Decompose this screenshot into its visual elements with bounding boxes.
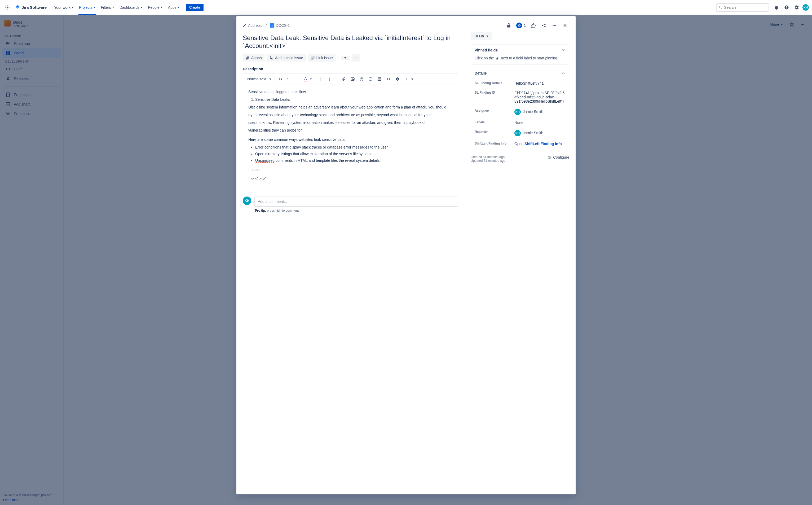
issue-title[interactable]: Sensitive Data Leak: Sensitive Data is L… bbox=[243, 34, 458, 50]
text-style-dropdown[interactable]: Normal text bbox=[245, 75, 272, 83]
app-switcher-icon[interactable] bbox=[3, 3, 12, 12]
notifications-icon[interactable] bbox=[772, 3, 781, 12]
create-button[interactable]: Create bbox=[186, 4, 204, 11]
pinned-fields-title: Pinned fields bbox=[475, 48, 498, 52]
chevron-down-icon bbox=[141, 7, 143, 8]
add-child-button[interactable]: Add a child issue bbox=[267, 54, 306, 61]
sl-finding-id-value[interactable]: {"id":"741","projectSPID":"sl/d64f2e4d-0… bbox=[514, 91, 565, 104]
close-icon[interactable] bbox=[562, 48, 565, 52]
svg-point-51 bbox=[369, 77, 372, 80]
insert-icon[interactable] bbox=[402, 75, 415, 83]
svg-rect-48 bbox=[330, 80, 332, 80]
shiftleft-info-link[interactable]: ShiftLeft Finding Info bbox=[524, 142, 562, 146]
svg-point-2 bbox=[9, 5, 10, 6]
comment-input[interactable]: Add a comment... bbox=[254, 196, 458, 207]
watchers-button[interactable]: 1 bbox=[515, 22, 527, 29]
svg-point-30 bbox=[554, 25, 555, 26]
svg-point-57 bbox=[549, 157, 550, 158]
sl-finding-details-label: SL Finding Details bbox=[475, 81, 514, 86]
share-icon[interactable] bbox=[540, 21, 548, 30]
chevron-down-icon bbox=[269, 78, 271, 80]
issue-key-link[interactable]: DOCS-1 bbox=[270, 23, 290, 28]
text-color-icon[interactable]: A bbox=[302, 75, 313, 83]
svg-point-25 bbox=[519, 25, 519, 26]
jira-logo[interactable]: Jira Software bbox=[15, 5, 47, 10]
watchers-count: 1 bbox=[524, 23, 526, 28]
shiftleft-info-value[interactable]: Open ShiftLeft Finding Info bbox=[514, 142, 565, 146]
pin-icon bbox=[496, 56, 499, 60]
chevron-down-icon bbox=[344, 57, 346, 59]
add-epic-link[interactable]: Add epic bbox=[243, 23, 262, 28]
description-editor[interactable]: Normal text B I ··· A 123 @ bbox=[243, 73, 458, 191]
lock-icon[interactable] bbox=[505, 21, 513, 30]
reporter-avatar: KH bbox=[514, 130, 521, 136]
svg-text:3: 3 bbox=[329, 79, 330, 81]
emoji-icon[interactable] bbox=[366, 75, 375, 83]
chevron-down-icon bbox=[310, 78, 312, 80]
svg-line-10 bbox=[721, 8, 722, 8]
link-dropdown-button[interactable] bbox=[341, 56, 349, 60]
svg-point-1 bbox=[7, 5, 8, 6]
chevron-up-icon[interactable] bbox=[562, 71, 565, 75]
search-field[interactable] bbox=[724, 5, 766, 10]
attach-button[interactable]: Attach bbox=[243, 54, 264, 61]
link-issue-button[interactable]: Link issue bbox=[308, 54, 335, 61]
svg-point-7 bbox=[7, 8, 8, 9]
help-icon[interactable]: ? bbox=[782, 3, 791, 12]
top-nav: Jira Software Your work Projects Filters… bbox=[0, 0, 812, 15]
svg-point-52 bbox=[370, 78, 370, 79]
svg-rect-32 bbox=[270, 56, 271, 58]
more-icon[interactable] bbox=[550, 21, 559, 30]
bullet-list-icon[interactable] bbox=[317, 75, 326, 83]
info-icon[interactable]: i bbox=[393, 75, 402, 83]
svg-rect-42 bbox=[321, 80, 323, 80]
search-input[interactable] bbox=[716, 3, 769, 12]
like-icon[interactable] bbox=[529, 21, 537, 30]
link-icon[interactable] bbox=[339, 75, 348, 83]
assignee-value[interactable]: KHJamie Smith bbox=[514, 109, 565, 115]
svg-text:i: i bbox=[397, 78, 397, 80]
editor-content[interactable]: Sensitive data is logged in this flow. S… bbox=[243, 85, 458, 191]
svg-point-35 bbox=[355, 57, 356, 58]
svg-point-9 bbox=[719, 6, 721, 8]
chevron-down-icon bbox=[178, 7, 180, 8]
gear-icon bbox=[547, 155, 551, 159]
nav-people[interactable]: People bbox=[146, 4, 165, 11]
italic-icon[interactable]: I bbox=[285, 75, 290, 83]
svg-rect-40 bbox=[321, 79, 323, 79]
updated-text: Updated 51 minutes ago bbox=[471, 159, 505, 163]
more-formatting-icon[interactable]: ··· bbox=[290, 75, 298, 83]
configure-button[interactable]: Configure bbox=[547, 155, 569, 159]
reporter-value[interactable]: KHJamie Smith bbox=[514, 130, 565, 136]
svg-rect-46 bbox=[330, 79, 332, 79]
mention-icon[interactable]: @ bbox=[357, 75, 365, 83]
svg-rect-54 bbox=[378, 78, 381, 80]
chevron-down-icon bbox=[112, 7, 114, 8]
nav-dashboards[interactable]: Dashboards bbox=[117, 4, 145, 11]
nav-projects[interactable]: Projects bbox=[77, 4, 98, 11]
settings-icon[interactable] bbox=[792, 3, 801, 12]
chevron-down-icon bbox=[411, 78, 414, 80]
breadcrumbs: Add epic / DOCS-1 bbox=[243, 23, 503, 28]
eye-icon bbox=[516, 23, 522, 28]
svg-point-31 bbox=[555, 25, 556, 26]
more-actions-button[interactable] bbox=[352, 54, 360, 61]
bold-icon[interactable]: B bbox=[277, 75, 284, 83]
close-icon[interactable] bbox=[561, 21, 569, 30]
sl-finding-details-value[interactable]: HelloShiftLeft/741 bbox=[514, 81, 565, 86]
user-avatar[interactable]: KH bbox=[802, 4, 809, 11]
code-icon[interactable] bbox=[384, 75, 393, 83]
svg-rect-33 bbox=[271, 58, 273, 59]
nav-filters[interactable]: Filters bbox=[99, 4, 116, 11]
task-icon bbox=[270, 23, 274, 28]
nav-apps[interactable]: Apps bbox=[166, 4, 182, 11]
status-dropdown[interactable]: To Do bbox=[471, 32, 492, 40]
shiftleft-info-label: ShiftLeft Finding Info bbox=[475, 142, 514, 146]
numbered-list-icon[interactable]: 123 bbox=[326, 75, 335, 83]
image-icon[interactable] bbox=[348, 75, 357, 83]
svg-point-53 bbox=[371, 78, 371, 79]
table-icon[interactable] bbox=[375, 75, 384, 83]
nav-your-work[interactable]: Your work bbox=[52, 4, 76, 11]
chevron-down-icon bbox=[93, 7, 96, 8]
labels-value[interactable]: None bbox=[514, 121, 565, 125]
